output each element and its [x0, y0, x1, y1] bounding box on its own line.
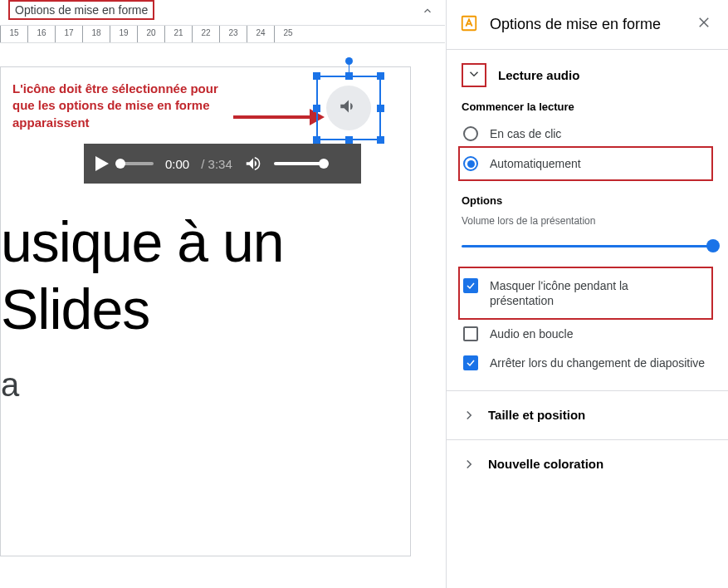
chevron-down-icon[interactable]	[467, 66, 481, 81]
toolbar-format-options-title[interactable]: Options de mise en forme	[8, 0, 154, 20]
panel-title: Options de mise en forme	[490, 16, 682, 33]
slide-title-fragment-1: usique à un	[1, 208, 284, 275]
radio-on-click-label: En cas de clic	[490, 127, 561, 140]
chevron-right-icon	[462, 408, 476, 423]
seek-bar[interactable]	[120, 162, 154, 165]
close-icon[interactable]	[693, 12, 715, 37]
section-audio-title[interactable]: Lecture audio	[498, 68, 579, 82]
chevron-right-icon	[462, 457, 476, 472]
speaker-icon	[338, 96, 359, 120]
section-recolor[interactable]: Nouvelle coloration	[447, 439, 728, 488]
checkbox-stop-label: Arrêter lors du changement de diapositiv…	[490, 355, 705, 370]
checkbox-stop-on-slide-change[interactable]: Arrêter lors du changement de diapositiv…	[462, 349, 713, 377]
arrow-icon	[233, 107, 325, 127]
volume-bar[interactable]	[274, 162, 324, 165]
options-label: Options	[462, 194, 713, 207]
slide-subtitle-fragment: a	[1, 366, 19, 404]
section-size-position[interactable]: Taille et position	[447, 390, 728, 439]
player-time-current: 0:00	[165, 157, 189, 171]
radio-on-click[interactable]: En cas de clic	[462, 121, 713, 146]
format-options-panel: Options de mise en forme Lecture audio C…	[446, 0, 728, 588]
slide-canvas[interactable]: L'icône doit être sélectionnée pour que …	[0, 66, 411, 556]
audio-player: 0:00 / 3:34	[84, 144, 361, 184]
volume-slider[interactable]	[462, 245, 713, 262]
play-button[interactable]	[95, 156, 109, 171]
section-size-position-label: Taille et position	[488, 408, 585, 422]
selected-audio-object[interactable]	[316, 76, 381, 140]
radio-automatic-label: Automatiquement	[490, 157, 581, 170]
format-options-icon	[460, 14, 478, 36]
section-recolor-label: Nouvelle coloration	[488, 457, 603, 471]
chevron-up-icon[interactable]	[422, 5, 433, 19]
annotation-text: L'icône doit être sélectionnée pour que …	[12, 81, 228, 131]
checkbox-hide-icon[interactable]: Masquer l'icône pendant la présentation	[462, 272, 688, 315]
horizontal-ruler: 151617 181920 212223 2425	[0, 25, 445, 43]
checkbox-loop-label: Audio en boucle	[490, 326, 573, 341]
checkbox-hide-icon-label: Masquer l'icône pendant la présentation	[490, 278, 686, 308]
volume-icon[interactable]	[244, 154, 262, 173]
slide-title-fragment-2: Slides	[1, 277, 149, 341]
player-time-duration: / 3:34	[201, 157, 232, 171]
radio-automatic[interactable]: Automatiquement	[462, 151, 637, 176]
checkbox-loop[interactable]: Audio en boucle	[462, 320, 713, 348]
volume-label: Volume lors de la présentation	[462, 215, 713, 227]
start-playback-label: Commencer la lecture	[462, 100, 713, 113]
